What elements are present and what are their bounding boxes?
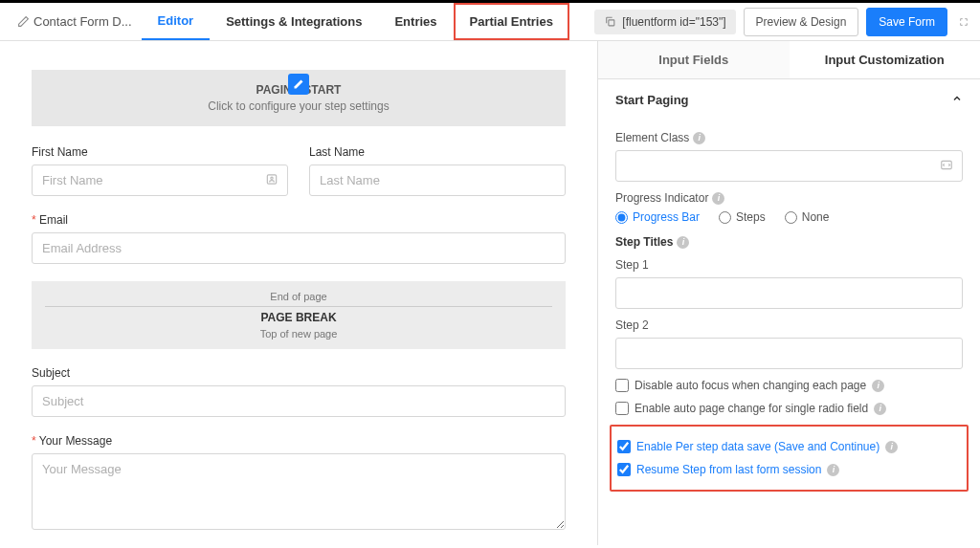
firstname-input[interactable] (32, 164, 288, 196)
subject-input[interactable] (32, 385, 566, 417)
check-auto-page-change[interactable]: Enable auto page change for single radio… (615, 402, 963, 415)
info-icon: i (885, 441, 898, 453)
preview-design-button[interactable]: Preview & Design (744, 8, 859, 36)
start-paging-title: Start Paging (615, 93, 689, 107)
fullscreen-icon[interactable] (955, 13, 972, 31)
step-titles-label: Step Titles (615, 235, 673, 249)
element-class-input[interactable] (615, 150, 963, 182)
form-title[interactable]: Contact Form D... (8, 14, 142, 29)
subject-label: Subject (32, 366, 566, 380)
radio-none[interactable]: None (785, 210, 830, 224)
code-icon[interactable] (940, 158, 953, 174)
step1-input[interactable] (615, 277, 963, 309)
end-of-page-label: End of page (32, 291, 566, 302)
info-icon: i (874, 403, 886, 415)
save-form-button[interactable]: Save Form (866, 8, 947, 36)
firstname-label: First Name (32, 145, 288, 159)
lastname-input[interactable] (309, 164, 566, 196)
tab-input-fields[interactable]: Input Fields (598, 41, 790, 78)
pencil-icon (17, 15, 30, 28)
copy-icon (604, 15, 616, 28)
message-textarea[interactable] (32, 453, 566, 530)
shortcode-copy[interactable]: [fluentform id="153"] (594, 10, 735, 34)
info-icon[interactable]: i (693, 132, 705, 144)
info-icon[interactable]: i (712, 192, 724, 205)
step2-label: Step 2 (615, 318, 963, 332)
start-paging-header[interactable]: Start Paging (615, 79, 963, 121)
tab-input-customization[interactable]: Input Customization (790, 41, 981, 78)
svg-point-2 (271, 177, 273, 179)
shortcode-text: [fluentform id="153"] (622, 15, 725, 29)
edit-icon[interactable] (288, 74, 309, 95)
step2-input[interactable] (615, 338, 963, 369)
tab-editor[interactable]: Editor (142, 3, 211, 40)
tab-settings[interactable]: Settings & Integrations (210, 3, 378, 40)
info-icon: i (872, 380, 884, 392)
email-input[interactable] (32, 232, 566, 264)
radio-steps[interactable]: Steps (719, 210, 766, 224)
paging-start-subtitle: Click to configure your step settings (32, 99, 566, 113)
form-canvas: PAGING START Click to configure your ste… (0, 41, 597, 545)
svg-rect-0 (609, 20, 614, 26)
lastname-label: Last Name (309, 145, 566, 159)
info-icon[interactable]: i (677, 236, 689, 249)
info-icon: i (827, 464, 839, 476)
message-label: Your Message (32, 434, 566, 448)
check-disable-autofocus[interactable]: Disable auto focus when changing each pa… (615, 379, 963, 392)
chevron-up-icon (951, 93, 963, 107)
tab-partial-entries[interactable]: Partial Entries (454, 3, 569, 40)
tab-entries[interactable]: Entries (378, 3, 453, 40)
person-icon (265, 172, 278, 188)
check-per-step-save[interactable]: Enable Per step data save (Save and Cont… (617, 440, 961, 453)
step1-label: Step 1 (615, 258, 963, 272)
paging-start-block[interactable]: PAGING START Click to configure your ste… (32, 70, 566, 126)
check-resume-step[interactable]: Resume Step from last form session i (617, 463, 961, 476)
progress-indicator-label: Progress Indicator (615, 191, 708, 205)
element-class-label: Element Class (615, 131, 689, 144)
radio-progress-bar[interactable]: Progress Bar (615, 210, 700, 224)
page-break-label: PAGE BREAK (45, 306, 552, 324)
email-label: Email (32, 213, 566, 227)
form-title-text: Contact Form D... (33, 14, 132, 29)
page-break-block[interactable]: End of page PAGE BREAK Top of new page (32, 281, 566, 349)
top-of-page-label: Top of new page (32, 328, 566, 340)
